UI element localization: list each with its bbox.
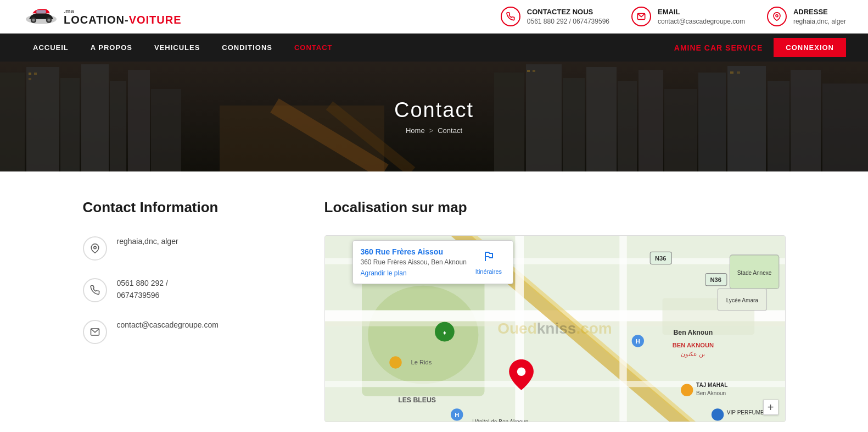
contact-email-item: contact@cascadegroupe.com xyxy=(83,319,292,344)
logo-car-icon xyxy=(22,5,60,27)
hero-title: Contact xyxy=(394,98,474,122)
map-section: Localisation sur map Ouedkniss.com xyxy=(324,199,786,422)
settings-area: ⚙ xyxy=(0,62,868,171)
directions-icon xyxy=(482,250,495,266)
hero-section: Contact Home > Contact xyxy=(0,62,868,171)
svg-text:♦: ♦ xyxy=(443,329,446,336)
logo-text-group: .ma LOCATION-VOITURE xyxy=(64,8,182,25)
top-contact-phone: CONTACTEZ NOUS 0561 880 292 / 0674739596 xyxy=(501,7,609,26)
main-content: Contact Information reghaia,dnc, alger xyxy=(50,171,819,432)
location-icon xyxy=(767,7,787,26)
svg-point-74 xyxy=(681,384,693,396)
nav-links: ACCUEIL A PROPOS VEHICULES CONDITIONS CO… xyxy=(22,34,344,62)
contact-info-section: Contact Information reghaia,dnc, alger xyxy=(83,199,292,422)
navbar: ACCUEIL A PROPOS VEHICULES CONDITIONS CO… xyxy=(0,34,868,62)
contact-email-text: contact@cascadegroupe.com xyxy=(117,319,219,331)
breadcrumb: Home > Contact xyxy=(394,126,474,135)
svg-point-79 xyxy=(711,408,723,420)
top-contact-email-info: EMAIL contact@cascadegroupe.com xyxy=(658,8,745,26)
email-icon xyxy=(631,7,651,26)
nav-conditions[interactable]: CONDITIONS xyxy=(211,34,283,62)
map-zoom-plus[interactable]: + xyxy=(763,400,779,415)
svg-point-40 xyxy=(93,246,96,249)
map-popup-info: 360 Rue Frères Aissou 360 Rue Frères Ais… xyxy=(361,247,467,277)
svg-text:LES BLEUS: LES BLEUS xyxy=(398,396,436,404)
svg-text:H: H xyxy=(635,338,640,345)
top-contacts: CONTACTEZ NOUS 0561 880 292 / 0674739596… xyxy=(501,7,846,26)
svg-text:TAJ MAHAL: TAJ MAHAL xyxy=(696,382,727,388)
popup-dir-label: Itinéraires xyxy=(475,268,502,275)
breadcrumb-home[interactable]: Home xyxy=(406,126,425,135)
svg-point-2 xyxy=(32,19,35,21)
svg-text:Lycée Amara: Lycée Amara xyxy=(726,297,758,303)
nav-accueil[interactable]: ACCUEIL xyxy=(22,34,80,62)
map-section-title: Localisation sur map xyxy=(324,199,786,216)
brand-name: AMINE CAR SERVICE xyxy=(674,43,763,52)
nav-vehicules[interactable]: VEHICULES xyxy=(143,34,211,62)
svg-point-44 xyxy=(368,286,478,384)
phone-icon xyxy=(501,7,520,26)
logo-dash: - xyxy=(125,14,129,26)
nav-right: AMINE CAR SERVICE CONNEXION xyxy=(674,38,846,57)
top-bar: .ma LOCATION-VOITURE CONTACTEZ NOUS 0561… xyxy=(0,0,868,34)
popup-expand-link[interactable]: Agrandir le plan xyxy=(361,269,467,277)
svg-text:Ben Aknoun: Ben Aknoun xyxy=(696,390,725,396)
svg-text:N36: N36 xyxy=(710,276,721,283)
contact-email-icon xyxy=(83,320,107,344)
map-popup: 360 Rue Frères Aissou 360 Rue Frères Ais… xyxy=(352,240,513,284)
svg-rect-5 xyxy=(36,10,46,13)
svg-point-4 xyxy=(47,19,50,21)
contact-address-item: reghaia,dnc, alger xyxy=(83,235,292,261)
logo[interactable]: .ma LOCATION-VOITURE xyxy=(22,5,182,27)
nav-apropos[interactable]: A PROPOS xyxy=(80,34,143,62)
contact-info-title: Contact Information xyxy=(83,199,292,216)
svg-point-59 xyxy=(517,367,525,376)
map-popup-directions[interactable]: Itinéraires xyxy=(472,247,505,277)
map-container[interactable]: Ouedkniss.com xyxy=(324,235,786,422)
svg-text:BEN AKNOUN: BEN AKNOUN xyxy=(672,342,713,348)
svg-point-68 xyxy=(389,356,401,368)
svg-text:Stade Annexe: Stade Annexe xyxy=(737,270,771,276)
contact-phone-item: 0561 880 292 / 0674739596 xyxy=(83,277,292,302)
contact-phone-text: 0561 880 292 / 0674739596 xyxy=(117,277,168,302)
main-content-wrapper: Contact Information reghaia,dnc, alger xyxy=(0,171,868,432)
address-pin-icon xyxy=(83,236,107,261)
svg-text:H: H xyxy=(455,412,459,418)
logo-location: LOCATION xyxy=(64,14,125,26)
top-contact-phone-info: CONTACTEZ NOUS 0561 880 292 / 0674739596 xyxy=(527,8,609,26)
breadcrumb-current: Contact xyxy=(438,126,462,135)
breadcrumb-separator: > xyxy=(429,126,434,135)
svg-text:Le Rids: Le Rids xyxy=(411,359,432,365)
svg-point-7 xyxy=(776,15,778,17)
svg-text:Hôpital de Ben Aknoun: Hôpital de Ben Aknoun xyxy=(472,419,528,422)
popup-title: 360 Rue Frères Aissou xyxy=(361,247,467,256)
hero-content: Contact Home > Contact xyxy=(394,98,474,135)
top-contact-address-info: ADRESSE reghaia,dnc, alger xyxy=(793,8,846,26)
logo-voiture: VOITURE xyxy=(129,14,182,26)
top-contact-address: ADRESSE reghaia,dnc, alger xyxy=(767,7,846,26)
nav-contact[interactable]: CONTACT xyxy=(283,34,344,62)
contact-address-text: reghaia,dnc, alger xyxy=(117,235,178,247)
connexion-button[interactable]: CONNEXION xyxy=(774,38,846,57)
popup-address: 360 Rue Frères Aissou, Ben Aknoun xyxy=(361,258,467,266)
contact-phone-icon xyxy=(83,278,107,302)
svg-text:Ben Aknoun: Ben Aknoun xyxy=(673,329,713,336)
top-contact-email: EMAIL contact@cascadegroupe.com xyxy=(631,7,745,26)
svg-text:بن عكنون: بن عكنون xyxy=(681,351,705,358)
svg-text:N36: N36 xyxy=(654,255,665,262)
